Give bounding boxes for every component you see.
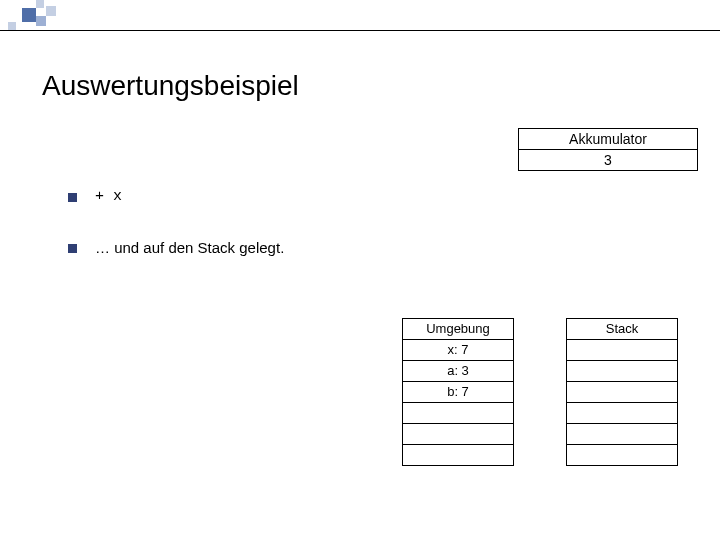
bullet-item: … und auf den Stack gelegt. <box>68 239 284 256</box>
stack-row <box>567 424 677 445</box>
corner-decoration <box>0 0 150 40</box>
accumulator-label: Akkumulator <box>519 129 697 150</box>
stack-row <box>567 403 677 424</box>
environment-row <box>403 403 513 424</box>
environment-row: b: 7 <box>403 382 513 403</box>
stack-row <box>567 361 677 382</box>
environment-row <box>403 445 513 465</box>
stack-box: Stack <box>566 318 678 466</box>
environment-row <box>403 424 513 445</box>
bullet-square-icon <box>68 244 77 253</box>
environment-header: Umgebung <box>403 319 513 340</box>
stack-row <box>567 340 677 361</box>
slide: Auswertungsbeispiel Akkumulator 3 + x … … <box>0 0 720 540</box>
environment-row: a: 3 <box>403 361 513 382</box>
stack-row <box>567 382 677 403</box>
accumulator-box: Akkumulator 3 <box>518 128 698 171</box>
bullet-list: + x … und auf den Stack gelegt. <box>68 188 284 290</box>
stack-row <box>567 445 677 465</box>
stack-header: Stack <box>567 319 677 340</box>
bullet-text: … und auf den Stack gelegt. <box>95 239 284 256</box>
bullet-square-icon <box>68 193 77 202</box>
horizontal-rule <box>0 30 720 31</box>
slide-title: Auswertungsbeispiel <box>42 70 299 102</box>
environment-row: x: 7 <box>403 340 513 361</box>
accumulator-value: 3 <box>519 150 697 170</box>
environment-box: Umgebung x: 7 a: 3 b: 7 <box>402 318 514 466</box>
bullet-text: + x <box>95 188 122 205</box>
bullet-item: + x <box>68 188 284 205</box>
